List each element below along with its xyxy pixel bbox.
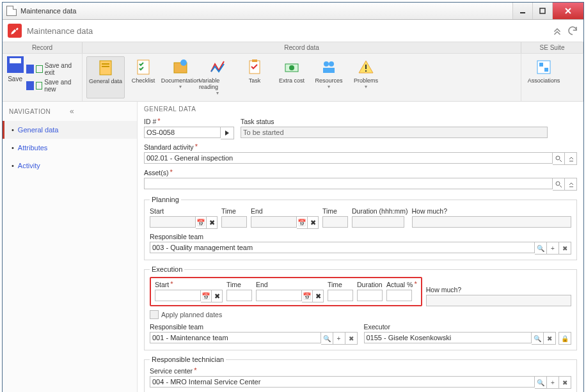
id-go-button[interactable] [221,127,234,139]
std-activity-input[interactable] [144,152,553,164]
ribbon-variable-reading[interactable]: Variable reading▾ [199,56,236,98]
clear-icon[interactable]: ✖ [308,216,319,229]
resp-tech-fieldset: Responsible technician Service center 🔍+… [144,356,577,392]
calendar-icon[interactable]: 📅 [196,216,207,229]
plan-start-time [221,216,247,228]
save-icon [7,56,24,73]
document-icon [6,6,17,16]
executor-input[interactable] [364,332,532,343]
search-icon[interactable] [553,152,565,165]
section-title: GENERAL DATA [144,106,577,113]
ribbon: Save Save and exit Save and new General … [3,54,583,102]
exec-start-time[interactable] [226,290,252,301]
planning-fieldset: Planning Start 📅✖ Time End 📅✖ Time Durat… [144,196,577,260]
collapse-icon[interactable]: « [70,107,131,116]
svg-rect-0 [520,12,525,13]
maximize-button[interactable] [532,3,552,19]
apply-planned-checkbox[interactable] [150,310,159,319]
nav-title: NAVIGATION [9,108,70,115]
calendar-icon[interactable]: 📅 [297,216,308,229]
svg-rect-3 [102,63,109,65]
exec-end-input[interactable] [256,290,302,301]
nav-item-activity[interactable]: Activity [3,157,137,175]
clear-icon[interactable] [565,178,577,191]
save-button[interactable]: Save [6,56,24,98]
clear-icon[interactable]: ✖ [559,376,571,389]
ribbon-general-data[interactable]: General data [86,56,125,98]
search-icon[interactable]: 🔍 [535,242,547,255]
id-input[interactable] [144,127,221,138]
asset-input[interactable] [144,178,553,189]
svg-rect-9 [252,59,257,62]
plan-duration [352,216,404,228]
save-icon [26,65,34,74]
plan-end-input [251,216,297,228]
save-and-new-button[interactable]: Save and new [26,79,78,93]
save-icon [26,81,34,90]
exec-duration[interactable] [357,290,383,301]
clear-icon[interactable]: ✖ [345,332,358,345]
service-center-label: Service center [150,367,571,375]
clear-icon[interactable]: ✖ [212,290,223,302]
ribbon-extra-cost[interactable]: Extra cost [273,56,310,98]
minimize-button[interactable] [512,3,532,19]
ribbon-checklist[interactable]: Checklist [125,56,162,98]
clear-icon[interactable]: ✖ [544,332,556,345]
clear-icon[interactable]: ✖ [207,216,218,229]
collapse-up-icon[interactable] [551,25,563,36]
calendar-icon[interactable]: 📅 [201,290,212,302]
ribbon-problems[interactable]: Problems▾ [347,56,384,98]
app-header: Maintenance data [3,20,583,42]
window-title: Maintenance data [20,7,512,15]
svg-point-11 [289,65,294,70]
save-and-exit-button[interactable]: Save and exit [26,62,78,76]
svg-rect-18 [539,63,543,67]
search-icon[interactable]: 🔍 [321,332,333,345]
calendar-icon[interactable]: 📅 [302,290,313,302]
search-icon[interactable]: 🔍 [535,376,547,389]
svg-rect-4 [102,66,109,67]
exec-actual[interactable] [386,290,412,301]
svg-rect-15 [365,65,367,69]
std-activity-label: Standard activity [144,143,577,151]
clear-icon[interactable]: ✖ [559,242,571,255]
ribbon-task[interactable]: Task [236,56,273,98]
app-title: Maintenance data [27,26,548,36]
service-center-input[interactable] [150,376,535,388]
ribbon-associations[interactable]: Associations [525,56,562,98]
clear-icon[interactable]: ✖ [313,290,324,302]
svg-rect-14 [323,68,335,73]
id-label: ID # [144,118,234,125]
ribbon-resources[interactable]: Resources▾ [310,56,347,98]
close-button[interactable] [552,3,583,19]
add-icon[interactable]: + [547,242,559,255]
titlebar: Maintenance data [3,3,583,20]
svg-rect-16 [365,70,367,72]
executor-label: Executor [364,323,572,331]
plan-end-time [322,216,348,228]
plan-team-label: Responsible team [150,233,571,240]
ribbon-documentation[interactable]: Documentation▾ [162,56,199,98]
plan-team-input[interactable] [150,242,535,253]
exec-team-input[interactable] [150,332,321,343]
add-icon[interactable]: + [333,332,345,345]
ribbon-group-labels: Record Record data SE Suite [3,42,583,54]
exec-start-input[interactable] [155,290,201,301]
nav-item-attributes[interactable]: Attributes [3,139,137,157]
new-icon [36,82,42,90]
plan-start-input [150,216,196,228]
svg-point-20 [556,156,560,160]
svg-rect-2 [100,61,111,75]
add-icon[interactable]: + [547,376,559,389]
exec-end-time[interactable] [328,290,353,301]
search-icon[interactable]: 🔍 [532,332,544,345]
execution-highlight: Start 📅✖ Time End 📅✖ Time Duration Actua… [150,277,422,306]
asset-label: Asset(s) [144,169,577,176]
navigation-panel: NAVIGATION« General data Attributes Acti… [3,102,138,392]
main-panel: GENERAL DATA ID # Task status Standard a… [138,102,583,392]
nav-item-general-data[interactable]: General data [3,121,137,139]
clear-icon[interactable] [565,152,577,165]
refresh-icon[interactable] [567,25,578,36]
lock-icon[interactable]: 🔒 [558,332,571,345]
search-icon[interactable] [553,178,565,191]
